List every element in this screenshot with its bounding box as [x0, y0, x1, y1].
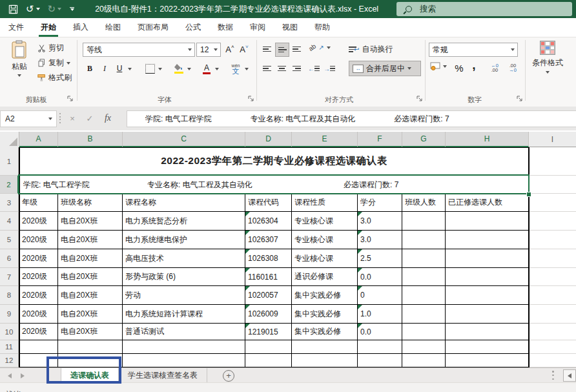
next-sheet-icon[interactable] — [21, 373, 25, 378]
cell-D3[interactable]: 课程代码 — [245, 194, 292, 212]
formula-input[interactable]: 学院: 电气工程学院 专业名称: 电气工程及其自动化 必选课程门数: 7 — [127, 110, 576, 127]
cell-D7[interactable]: 1160161 — [245, 268, 292, 286]
cell-H5[interactable] — [446, 231, 529, 249]
cell-H6[interactable] — [446, 249, 529, 268]
cell-C10[interactable]: 普通话测试 — [123, 324, 245, 340]
align-top-button[interactable] — [260, 43, 273, 56]
decrease-indent-button[interactable]: ← — [307, 62, 320, 75]
cell-A3[interactable]: 年级 — [19, 194, 58, 212]
grow-font-button[interactable]: A˄ — [223, 43, 236, 56]
align-middle-button[interactable] — [275, 43, 289, 57]
merge-center-button[interactable]: ↔ 合并后居中 — [349, 61, 421, 76]
redo-button[interactable]: ↻ — [45, 1, 65, 17]
cell-A5[interactable]: 2020级 — [19, 231, 58, 249]
cell-C7[interactable]: 形势与政策 (6) — [123, 268, 245, 286]
cell-F11[interactable] — [358, 340, 402, 354]
phonetic-guide-button[interactable]: wén 文 — [229, 61, 243, 76]
col-header-A[interactable]: A — [19, 132, 58, 147]
cell-A1-title[interactable]: 2022-2023学年第二学期专业必修课程选课确认表 — [19, 147, 529, 176]
align-left-button[interactable] — [260, 62, 273, 75]
cell-B11[interactable] — [58, 340, 123, 354]
cell-A11[interactable] — [19, 340, 58, 354]
shrink-font-button[interactable]: A˅ — [238, 43, 251, 56]
cell-E10[interactable]: 集中实践必修 — [292, 324, 358, 340]
cell-G12[interactable] — [402, 354, 446, 367]
tab-draw[interactable]: 绘图 — [97, 18, 129, 37]
save-button[interactable] — [5, 1, 21, 17]
accounting-format-button[interactable] — [430, 62, 447, 70]
sheet-tab-signature[interactable]: 学生选课核查签名表 — [119, 368, 207, 383]
wrap-text-button[interactable]: ↩ 自动换行 — [349, 44, 393, 55]
font-size-select[interactable]: 12 — [196, 43, 221, 57]
cell-B10[interactable]: 电自20X班 — [58, 324, 123, 340]
paste-button[interactable]: 粘贴 — [5, 40, 34, 77]
cell-B3[interactable]: 班级名称 — [58, 194, 123, 212]
cell-C12[interactable] — [123, 354, 245, 367]
borders-caret-icon[interactable] — [158, 68, 162, 70]
cell-G9[interactable] — [402, 305, 446, 324]
cell-D8[interactable]: 1020057 — [245, 286, 292, 305]
add-sheet-button[interactable]: + — [223, 370, 234, 382]
format-as-table-button[interactable]: 表格 — [570, 41, 576, 68]
cell-E11[interactable] — [292, 340, 358, 354]
tab-page-layout[interactable]: 页面布局 — [129, 18, 177, 37]
cell-G8[interactable] — [402, 286, 446, 305]
row-header-11[interactable]: 11 — [0, 340, 19, 354]
cell-C11[interactable] — [123, 340, 245, 354]
tab-review[interactable]: 审阅 — [242, 18, 274, 37]
formula-bar-splitter[interactable] — [59, 113, 61, 123]
cell-H3[interactable]: 已正修选课人数 — [446, 194, 529, 212]
font-color-button[interactable]: A — [200, 62, 213, 75]
cell-E7[interactable]: 通识必修课 — [292, 268, 358, 286]
cell-H11[interactable] — [446, 340, 529, 354]
fill-color-button[interactable] — [172, 62, 186, 75]
row-header-9[interactable]: 9 — [0, 305, 19, 324]
cell-F9[interactable]: 1.0 — [358, 305, 402, 324]
cell-B8[interactable]: 电自20X班 — [58, 286, 123, 305]
number-format-select[interactable]: 常规 — [429, 43, 518, 57]
cell-A12[interactable] — [19, 354, 58, 367]
increase-indent-button[interactable]: → — [323, 62, 336, 75]
cell-C6[interactable]: 高电压技术 — [123, 249, 245, 268]
cell-B5[interactable]: 电自20X班 — [58, 231, 123, 249]
insert-function-button[interactable]: fx — [100, 110, 116, 126]
row-header-5[interactable]: 5 — [0, 231, 19, 249]
cell-G11[interactable] — [402, 340, 446, 354]
cell-A9[interactable]: 2020级 — [19, 305, 58, 324]
font-name-select[interactable]: 等线 — [83, 43, 195, 57]
tab-view[interactable]: 视图 — [274, 18, 306, 37]
tab-home[interactable]: 开始 — [32, 18, 65, 37]
row-header-3[interactable]: 3 — [0, 194, 19, 212]
increase-decimal-button[interactable]: ←0.00 — [487, 61, 502, 75]
cell-A7[interactable]: 2020级 — [19, 268, 58, 286]
cell-G7[interactable] — [402, 268, 446, 286]
tab-file[interactable]: 文件 — [0, 18, 32, 37]
font-color-caret-icon[interactable] — [215, 68, 219, 70]
cell-F8[interactable]: 0 — [358, 286, 402, 305]
fill-handle[interactable] — [527, 192, 531, 196]
cell-G5[interactable] — [402, 231, 446, 249]
cell-D6[interactable]: 1026308 — [245, 249, 292, 268]
cell-F6[interactable]: 2.5 — [358, 249, 402, 268]
cell-E8[interactable]: 集中实践必修 — [292, 286, 358, 305]
align-bottom-button[interactable] — [290, 43, 303, 56]
row-header-4[interactable]: 4 — [0, 212, 19, 231]
scroll-left-button[interactable] — [563, 369, 576, 382]
cell-G3[interactable]: 班级人数 — [402, 194, 446, 212]
cell-F3[interactable]: 学分 — [358, 194, 402, 212]
cell-H9[interactable] — [446, 305, 529, 324]
cell-E12[interactable] — [292, 354, 358, 367]
clipboard-dialog-launcher-icon[interactable] — [67, 96, 74, 102]
format-painter-button[interactable]: 格式刷 — [37, 72, 72, 83]
percent-style-button[interactable]: % — [452, 61, 466, 75]
cell-A4[interactable]: 2020级 — [19, 212, 58, 231]
search-box[interactable]: 搜索 — [396, 2, 572, 16]
cut-button[interactable]: 剪切 — [37, 43, 64, 54]
number-dialog-launcher-icon[interactable] — [517, 96, 523, 102]
conditional-formatting-button[interactable]: 条件格式 — [530, 41, 566, 74]
cell-D11[interactable] — [245, 340, 292, 354]
cell-E9[interactable]: 集中实践必修 — [292, 305, 358, 324]
cell-B12[interactable] — [58, 354, 123, 367]
row-header-12[interactable]: 12 — [0, 354, 19, 367]
col-header-F[interactable]: F — [358, 132, 402, 147]
